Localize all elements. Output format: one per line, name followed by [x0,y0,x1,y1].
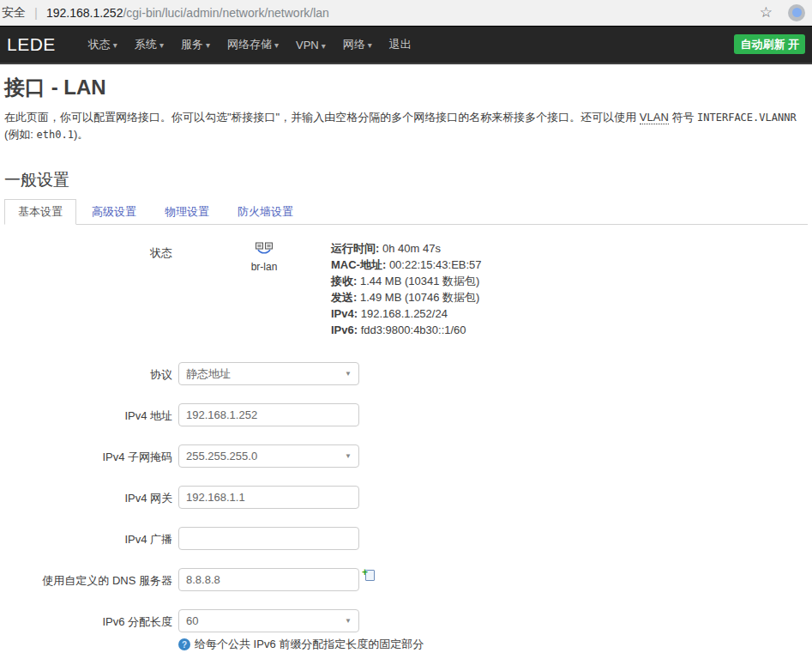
bookmark-star-icon[interactable]: ☆ [760,5,773,20]
auto-refresh-toggle[interactable]: 自动刷新 开 [734,34,805,54]
ipv6-assign-help-text: 给每个公共 IPv6 前缀分配指定长度的固定部分 [195,637,424,652]
url-path: /cgi-bin/luci/admin/network/network/lan [123,6,328,20]
section-title-general-settings: 一般设置 [4,169,808,191]
ipv6-assign-select[interactable]: 60 ▼ [178,609,359,632]
url-separator: | [34,5,38,20]
url-text[interactable]: 192.168.1.252/cgi-bin/luci/admin/network… [46,6,329,20]
status-line-tx: 发送: 1.49 MB (10746 数据包) [331,289,482,305]
custom-dns-row: 使用自定义的 DNS 服务器 + [4,568,808,591]
ipv6-assign-row: IPv6 分配长度 60 ▼ ? 给每个公共 IPv6 前缀分配指定长度的固定部… [4,609,808,652]
nav-item-status[interactable]: 状态▾ [80,30,126,59]
ipv4-broadcast-row: IPv4 广播 [4,527,808,550]
nav-item-system[interactable]: 系统▾ [126,30,172,59]
caret-down-icon: ▾ [368,40,372,50]
ipv4-netmask-row: IPv4 子网掩码 255.255.255.0 ▼ [4,444,808,468]
tab-physical-settings[interactable]: 物理设置 [152,200,222,224]
add-plus-glyph: + [362,567,368,577]
ipv4-broadcast-label: IPv4 广播 [4,527,172,550]
ipv4-address-row: IPv4 地址 [4,403,808,426]
top-navbar: LEDE 状态▾ 系统▾ 服务▾ 网络存储▾ VPN▾ 网络▾ 退出 自动刷新 … [0,26,812,64]
custom-dns-input[interactable] [178,568,359,591]
ipv4-broadcast-input[interactable] [178,527,359,550]
select-arrow-icon: ▼ [345,610,352,632]
browser-address-bar[interactable]: 安全 | 192.168.1.252/cgi-bin/luci/admin/ne… [0,0,812,26]
ipv4-address-label: IPv4 地址 [4,403,172,426]
caret-down-icon: ▾ [113,40,117,50]
ipv6-assign-help: ? 给每个公共 IPv6 前缀分配指定长度的固定部分 [178,637,424,652]
bridge-interface-icon [255,242,274,255]
caret-down-icon: ▾ [159,40,164,50]
protocol-select[interactable]: 静态地址 ▼ [178,362,359,385]
page-description: 在此页面，你可以配置网络接口。你可以勾选"桥接接口"，并输入由空格分隔的多个网络… [4,109,808,143]
browser-profile-avatar[interactable] [788,4,805,21]
url-host: 192.168.1.252 [46,6,123,20]
device-block: br-lan [178,240,324,338]
device-name: br-lan [204,261,324,273]
caret-down-icon: ▾ [274,40,279,50]
ipv4-gateway-row: IPv4 网关 [4,486,808,509]
status-line-rx: 接收: 1.44 MB (10341 数据包) [331,273,482,289]
tab-firewall-settings[interactable]: 防火墙设置 [225,200,306,224]
status-line-uptime: 运行时间: 0h 40m 47s [331,240,482,257]
tab-basic-settings[interactable]: 基本设置 [4,199,76,225]
nav-item-nas[interactable]: 网络存储▾ [219,30,287,59]
status-row: 状态 br-lan 运行时间: 0h 40m 47s MAC-地址: 00:22… [4,240,808,338]
interface-config-form: 状态 br-lan 运行时间: 0h 40m 47s MAC-地址: 00:22… [4,225,808,652]
security-indicator[interactable]: 安全 [2,5,26,21]
status-line-ipv4: IPv4: 192.168.1.252/24 [331,305,482,322]
tab-advanced-settings[interactable]: 高级设置 [79,200,149,224]
ipv4-address-input[interactable] [178,403,359,426]
select-arrow-icon: ▼ [345,363,352,384]
status-label: 状态 [4,240,172,338]
settings-tabbar: 基本设置 高级设置 物理设置 防火墙设置 [4,202,808,225]
select-arrow-icon: ▼ [345,445,352,467]
protocol-label: 协议 [4,362,172,385]
nav-item-logout[interactable]: 退出 [381,30,420,59]
ipv4-netmask-label: IPv4 子网掩码 [4,444,172,468]
caret-down-icon: ▾ [206,40,210,50]
custom-dns-label: 使用自定义的 DNS 服务器 [4,568,172,591]
add-entry-icon[interactable]: + [362,569,375,582]
status-line-mac: MAC-地址: 00:22:15:43:EB:57 [331,257,482,273]
ipv6-assign-label: IPv6 分配长度 [4,609,172,652]
ipv4-gateway-label: IPv4 网关 [4,486,172,509]
page-title: 接口 - LAN [4,74,808,101]
status-line-ipv6: IPv6: fdd3:9800:4b30::1/60 [331,322,482,338]
avatar-inner-dot [792,8,802,17]
protocol-row: 协议 静态地址 ▼ [4,362,808,385]
ipv4-gateway-input[interactable] [178,486,359,509]
code-eth0-1: eth0.1 [37,129,74,141]
caret-down-icon: ▾ [322,41,326,51]
nav-item-network[interactable]: 网络▾ [334,30,381,59]
ipv4-netmask-select[interactable]: 255.255.255.0 ▼ [178,444,359,468]
code-interface-vlannr: INTERFACE.VLANNR [697,112,797,124]
brand-logo[interactable]: LEDE [7,34,56,55]
nav-item-services[interactable]: 服务▾ [172,30,219,59]
help-icon: ? [178,638,190,650]
status-details: 运行时间: 0h 40m 47s MAC-地址: 00:22:15:43:EB:… [331,240,482,338]
nav-item-vpn[interactable]: VPN▾ [287,32,334,58]
vlan-abbr: VLAN [640,111,669,124]
